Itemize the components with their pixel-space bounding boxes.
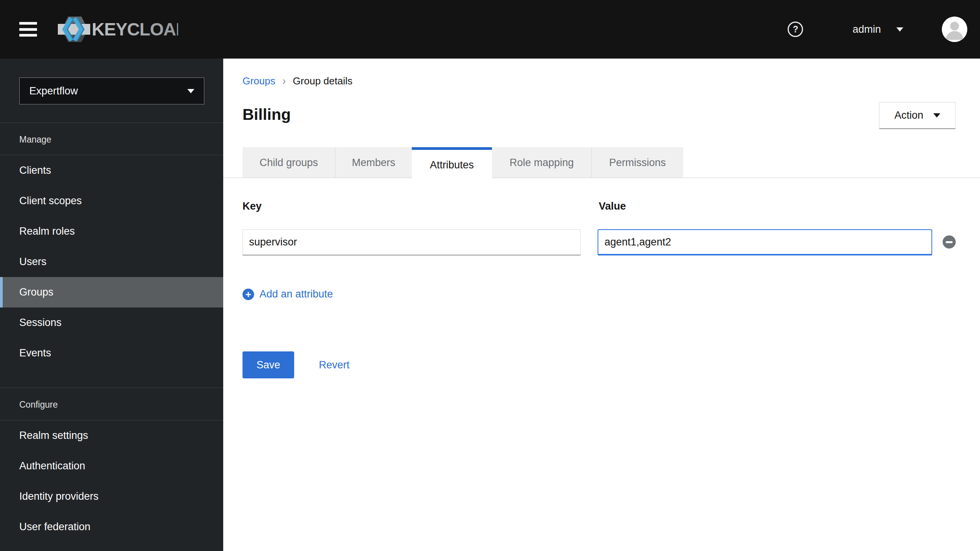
- action-button-label: Action: [894, 109, 923, 121]
- masthead: KEYCLOAK ? admin: [0, 0, 980, 59]
- sidebar-item-clients[interactable]: Clients: [0, 155, 223, 186]
- tab-role-mapping[interactable]: Role mapping: [492, 147, 591, 178]
- key-column-header: Key: [242, 200, 262, 212]
- add-attribute-link[interactable]: + Add an attribute: [242, 288, 333, 300]
- sidebar-item-realm-settings[interactable]: Realm settings: [0, 420, 223, 451]
- hamburger-menu-icon[interactable]: [19, 22, 37, 37]
- sidebar-item-sessions[interactable]: Sessions: [0, 307, 223, 338]
- sidebar-item-realm-roles[interactable]: Realm roles: [0, 216, 223, 247]
- attribute-key-input[interactable]: [242, 229, 581, 255]
- realm-selector[interactable]: Expertflow: [19, 77, 204, 104]
- nav-section-manage: Manage: [0, 123, 223, 155]
- keycloak-logo-icon: KEYCLOAK: [55, 13, 178, 46]
- page-title: Billing: [242, 106, 291, 124]
- breadcrumb-groups-link[interactable]: Groups: [242, 75, 275, 87]
- sidebar-item-users[interactable]: Users: [0, 247, 223, 277]
- user-menu[interactable]: admin: [852, 24, 903, 35]
- add-attribute-label: Add an attribute: [259, 288, 333, 300]
- value-column-header: Value: [599, 200, 626, 212]
- sidebar-item-events[interactable]: Events: [0, 338, 223, 368]
- attribute-value-input[interactable]: [598, 229, 932, 255]
- username: admin: [852, 24, 881, 35]
- action-dropdown-button[interactable]: Action: [879, 102, 956, 129]
- nav-section-configure: Configure: [0, 388, 223, 420]
- avatar-icon: [942, 17, 967, 42]
- tab-permissions[interactable]: Permissions: [591, 147, 683, 178]
- remove-attribute-button[interactable]: [943, 235, 956, 249]
- sidebar-nav: Expertflow Manage Clients Client scopes …: [0, 59, 223, 551]
- chevron-down-icon: [933, 113, 940, 118]
- realm-name: Expertflow: [29, 85, 187, 97]
- tab-attributes[interactable]: Attributes: [412, 147, 492, 180]
- keycloak-logo-text: KEYCLOAK: [92, 19, 178, 39]
- chevron-right-icon: ›: [282, 75, 286, 87]
- save-button[interactable]: Save: [242, 351, 294, 378]
- plus-circle-icon: +: [242, 289, 254, 300]
- main-content: Groups › Group details Billing Action Ch…: [223, 59, 980, 551]
- sidebar-item-identity-providers[interactable]: Identity providers: [0, 481, 223, 512]
- help-icon[interactable]: ?: [788, 22, 803, 37]
- tab-members[interactable]: Members: [335, 147, 412, 178]
- chevron-down-icon: [896, 27, 903, 32]
- avatar[interactable]: [942, 17, 967, 42]
- sidebar-item-groups[interactable]: Groups: [0, 277, 223, 307]
- sidebar-item-authentication[interactable]: Authentication: [0, 451, 223, 481]
- sidebar-item-user-federation[interactable]: User federation: [0, 512, 223, 542]
- tab-child-groups[interactable]: Child groups: [242, 147, 335, 178]
- tab-bar: Child groups Members Attributes Role map…: [223, 147, 980, 180]
- breadcrumb-current: Group details: [293, 75, 353, 87]
- chevron-down-icon: [187, 89, 194, 93]
- revert-link[interactable]: Revert: [319, 351, 350, 378]
- keycloak-logo: KEYCLOAK: [55, 13, 178, 46]
- breadcrumb: Groups › Group details: [242, 75, 352, 87]
- sidebar-item-client-scopes[interactable]: Client scopes: [0, 186, 223, 216]
